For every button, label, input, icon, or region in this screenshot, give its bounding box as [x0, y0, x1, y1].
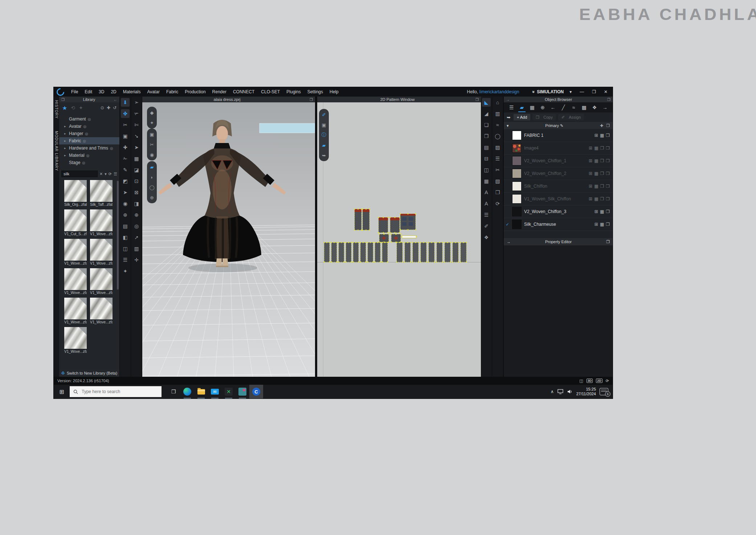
box-a-tool-icon[interactable]: ⊡ — [132, 177, 141, 185]
add-box-icon[interactable]: ⊞ — [589, 196, 592, 201]
list-tool-icon[interactable]: ☰ — [121, 256, 130, 264]
box-b-tool-icon[interactable]: ⊠ — [132, 188, 141, 197]
duplicate-icon[interactable]: ❐ — [600, 171, 604, 176]
pattern-tool-icon[interactable]: ▣ — [121, 132, 130, 140]
notification-icon[interactable]: 1 — [600, 388, 608, 395]
design-app-button[interactable]: ✕ — [222, 385, 236, 399]
duplicate-icon[interactable]: ❐ — [600, 184, 604, 189]
object-browser-tab-zipper[interactable]: ← — [548, 103, 558, 112]
pen-icon[interactable]: ✐ — [320, 111, 328, 118]
cut-2d-tool-icon[interactable]: ✂ — [493, 166, 502, 174]
menu-item-3d[interactable]: 3D — [95, 89, 107, 94]
fabric-view-icon[interactable]: ▰ — [148, 163, 156, 171]
library-search-input[interactable] — [61, 171, 98, 177]
collapse-caret-icon[interactable]: ▾ — [507, 123, 509, 128]
tab-history[interactable]: HISTORY — [54, 100, 58, 119]
library-tree-item-hanger[interactable]: ▸Hanger◎ — [59, 130, 119, 137]
menu-item-production[interactable]: Production — [181, 89, 209, 94]
button-tool-icon[interactable]: ⊕ — [132, 211, 141, 219]
fabric-thumbnail[interactable]: V1_Wove...zfab — [64, 298, 87, 324]
add-box-icon[interactable]: ⊞ — [594, 209, 598, 214]
iron-tool-icon[interactable]: ⟳ — [493, 199, 502, 208]
text-b-tool-icon[interactable]: A — [482, 199, 491, 208]
view-3d-badge[interactable]: 3D — [587, 379, 593, 383]
shirt-export-icon[interactable]: ➥ — [320, 152, 328, 159]
dock-icon[interactable]: ❐ — [607, 98, 610, 102]
fabric-swatch[interactable] — [512, 207, 522, 216]
fabric-thumbnail[interactable]: V1_Wove...zfab — [64, 268, 87, 295]
split-tool-icon[interactable]: ◫ — [482, 166, 491, 174]
menu-item-materials[interactable]: Materials — [120, 89, 144, 94]
menu-item-2d[interactable]: 2D — [107, 89, 119, 94]
tray-chevron-icon[interactable]: ∧ — [551, 389, 554, 394]
seam-lines-tool-icon[interactable]: ▥ — [493, 109, 502, 118]
history-back-icon[interactable]: ⟲ — [71, 105, 75, 111]
measure-tool-icon[interactable]: ✎ — [121, 166, 130, 174]
add-fabric-button[interactable]: + Add — [514, 114, 530, 121]
texture-grid-icon[interactable]: ▦ — [594, 196, 598, 201]
assign-fabric-button[interactable]: ✐ Assign — [558, 114, 584, 121]
save-tray-icon[interactable]: ❒ — [606, 171, 610, 176]
fabric-thumbnail[interactable]: Silk_Org...zfab — [64, 180, 87, 207]
point-tool-icon[interactable]: ◉ — [121, 199, 130, 208]
fabric-row-v2-woven-chiffon-2[interactable]: V2_Woven_Chiffon_2⊞▦❐❒ — [504, 167, 613, 180]
canvas-2d[interactable]: ✐▣ⓘ▰➥ — [317, 102, 481, 377]
fabric-row-v1-woven-silk-chiffon[interactable]: V1_Woven_Silk_Chiffon⊞▦❐❒ — [504, 193, 613, 205]
anchor-tool-icon[interactable]: ✛ — [132, 256, 141, 264]
clear-search-icon[interactable]: ✕ — [99, 172, 103, 176]
fabric-thumbnail[interactable]: V1_Wove...zfab — [90, 209, 113, 236]
menu-item-settings[interactable]: Settings — [304, 89, 326, 94]
object-browser-tab-fabric[interactable]: ▰ — [517, 103, 527, 112]
sewing-tool-icon[interactable]: ✁ — [121, 154, 130, 163]
fabric-thumbnail[interactable]: V1_Wove...zfab — [90, 239, 113, 265]
add-box-icon[interactable]: ⊞ — [589, 158, 592, 163]
fabric-thumbnail[interactable]: V1_Wove...zfab — [90, 268, 113, 295]
reset-view-icon[interactable]: ⟳ — [606, 379, 609, 383]
expand-arrow-icon[interactable]: → — [506, 98, 510, 102]
edit-pattern-tool-icon[interactable]: ◢ — [482, 109, 491, 118]
object-browser-tab-puckering[interactable]: ▩ — [579, 103, 589, 112]
select-move-tool-icon[interactable]: ✤ — [121, 109, 130, 118]
simulation-toggle[interactable]: » SIMULATION — [532, 89, 564, 94]
start-button[interactable]: ⊞ — [54, 388, 70, 395]
save-tray-icon[interactable]: ❒ — [606, 196, 610, 201]
fabric-icon[interactable]: ▰ — [320, 142, 328, 149]
import-fabric-icon[interactable]: ➥ — [507, 115, 511, 120]
object-browser-tab-seam[interactable]: ╱ — [559, 103, 568, 112]
scissors-tool-icon[interactable]: ✂ — [121, 121, 130, 129]
fabric-group-row[interactable]: ▾ Primary ✎ ✚❒ — [504, 122, 613, 129]
trace-tool-icon[interactable]: ➤ — [132, 143, 141, 152]
add-box-icon[interactable]: ⊞ — [589, 184, 592, 189]
pen-2d-tool-icon[interactable]: ✐ — [482, 222, 491, 230]
tree-caret-icon[interactable]: ▸ — [64, 132, 67, 135]
cut-a-tool-icon[interactable]: ✃ — [132, 109, 141, 118]
avatar-head-icon[interactable]: ◯ — [148, 184, 156, 191]
fabric-swatch[interactable] — [512, 156, 522, 166]
save-tray-icon[interactable]: ❒ — [606, 184, 610, 189]
fabric-thumbnail[interactable]: V1_Wove...zfab — [64, 239, 87, 265]
menu-item-plugins[interactable]: Plugins — [283, 89, 304, 94]
texture-grid-icon[interactable]: ▦ — [600, 222, 604, 227]
brush-icon[interactable]: ✦ — [79, 105, 83, 111]
taskbar-search[interactable] — [70, 386, 162, 397]
duplicate-icon[interactable]: ❐ — [600, 158, 604, 163]
object-browser-tab-more[interactable]: → — [600, 103, 610, 112]
wave-seam-tool-icon[interactable]: ≈ — [493, 121, 502, 129]
dock-icon[interactable]: ❐ — [310, 98, 313, 102]
fabric-row-image4[interactable]: Image4⊞▦❐❒ — [504, 142, 613, 155]
search-options-arrow[interactable]: ▾ — [105, 172, 107, 176]
switch-new-library-button[interactable]: ♻ Switch to New Library (Beta) — [59, 369, 119, 377]
texture-tool-icon[interactable]: ▦ — [132, 154, 141, 163]
utility-app-button[interactable] — [236, 385, 249, 399]
library-tree-item-hardware-and-trims[interactable]: ▸Hardware and Trims◎ — [59, 144, 119, 152]
library-scrollbar[interactable] — [117, 181, 119, 290]
text-a-tool-icon[interactable]: A — [482, 188, 491, 197]
clo3d-taskbar-button[interactable]: C — [249, 385, 263, 399]
download-icon[interactable]: ⊙ — [101, 105, 104, 110]
edit-pencil-icon[interactable]: ✎ — [560, 123, 563, 128]
menu-item-connect[interactable]: CONNECT — [230, 89, 258, 94]
avatar-pose-tool-icon[interactable]: ➣ — [132, 98, 141, 107]
add-box-icon[interactable]: ⊞ — [594, 133, 598, 138]
garment-fit-icon[interactable]: ✦ — [148, 119, 156, 126]
object-browser-tab-graphic[interactable]: ▦ — [527, 103, 537, 112]
